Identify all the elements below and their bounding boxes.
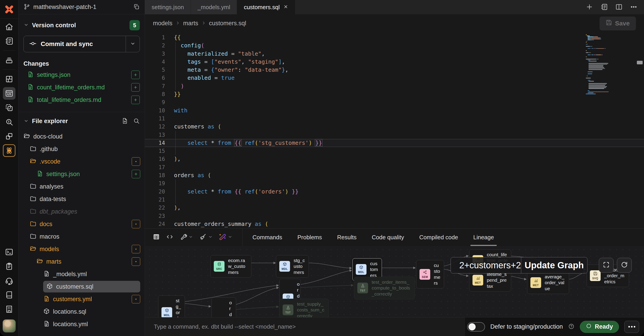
rail-item-headset[interactable] — [3, 274, 16, 287]
outline-icon[interactable] — [600, 3, 608, 11]
code-line-1[interactable]: 1{{ — [145, 33, 644, 41]
broom-tool-icon[interactable] — [197, 231, 215, 243]
tree-item-marts[interactable]: marts — [18, 255, 145, 268]
modified-badge[interactable] — [132, 295, 140, 303]
update-graph-button[interactable]: Update Graph — [521, 257, 587, 273]
added-badge[interactable] — [132, 170, 140, 178]
code-line-10[interactable]: 10with — [145, 107, 644, 115]
file-explorer-header[interactable]: File explorer — [18, 112, 145, 127]
code-line-6[interactable]: 6 enabled = true — [145, 74, 644, 82]
code-tag-tool-icon[interactable] — [164, 231, 175, 243]
rail-item-notebook[interactable] — [3, 35, 16, 47]
lineage-node-stg_customers[interactable]: MDLstg_customers — [276, 255, 309, 278]
close-icon[interactable] — [283, 4, 288, 11]
lineage-node-ecom.raw_customers[interactable]: SRCecom.raw_customers — [210, 255, 251, 278]
change-item[interactable]: count_lifetime_orders.md — [18, 81, 145, 94]
code-line-4[interactable]: 4 tags = ["events", "staging"], — [145, 58, 644, 66]
tree-item-settings.json[interactable]: settings.json — [18, 168, 145, 180]
stage-add-badge[interactable] — [131, 71, 140, 79]
status-more-button[interactable] — [624, 321, 639, 333]
lineage-canvas[interactable]: SRCecom.raw_customersMDLstg_customersMDL… — [145, 246, 644, 317]
code-line-14[interactable]: 14 select * from {{ ref('stg_customers')… — [145, 139, 644, 147]
tree-item-customers.sql[interactable]: customers.sql — [18, 280, 145, 293]
tree-item-docs[interactable]: docs — [18, 218, 145, 230]
code-line-20[interactable]: 20 select * from {{ ref('orders') }} — [145, 188, 644, 196]
tree-item-locations.sql[interactable]: locations.sql — [18, 305, 145, 318]
rail-item-terminal[interactable] — [3, 246, 16, 258]
version-control-header[interactable]: Version control 5 — [18, 14, 145, 33]
rail-item-building[interactable] — [3, 303, 16, 316]
more-options-icon[interactable] — [630, 3, 637, 11]
wrench-tool-icon[interactable] — [178, 231, 195, 243]
editor-scrollbar-thumb[interactable] — [637, 61, 643, 64]
tree-item-docs-cloud[interactable]: docs-cloud — [18, 130, 145, 143]
tree-item-data-tests[interactable]: data-tests — [18, 193, 145, 205]
commit-and-sync-button[interactable]: Commit and sync — [24, 36, 140, 52]
modified-badge[interactable] — [132, 245, 140, 253]
lineage-node-test_order_items_compute_to_bools_correctly[interactable]: TSTtest_order_items_compute_to_bools _co… — [354, 277, 415, 299]
panel-tab-commands[interactable]: Commands — [245, 229, 290, 246]
code-line-24[interactable]: 24customer_orders_summary as ( — [145, 220, 644, 228]
code-line-23[interactable]: 23 — [145, 212, 644, 220]
breadcrumb-part[interactable]: marts — [183, 20, 198, 27]
code-line-16[interactable]: 16), — [145, 155, 644, 163]
search-files-button[interactable] — [133, 117, 140, 125]
code-line-7[interactable]: 7 ) — [145, 82, 644, 90]
tree-item-locations.yml[interactable]: locations.yml — [18, 318, 145, 331]
code-line-18[interactable]: 18orders as ( — [145, 171, 644, 179]
lineage-node-test_supply_costs_sum_correctly[interactable]: TSTtest_supply_costs_sum_correctly — [279, 299, 329, 317]
code-line-22[interactable]: 22), — [145, 204, 644, 212]
modified-badge[interactable] — [132, 157, 140, 166]
split-editor-icon[interactable] — [616, 3, 622, 11]
code-line-8[interactable]: 8}} — [145, 90, 644, 98]
rail-item-book[interactable] — [3, 289, 16, 301]
tab-_models.yml[interactable]: _models.yml — [191, 0, 237, 14]
tree-item-dbt_packages[interactable]: dbt_packages — [18, 205, 145, 218]
code-line-13[interactable]: 13 — [145, 131, 644, 139]
tree-item-.github[interactable]: .github — [18, 143, 145, 155]
modified-badge[interactable] — [132, 257, 140, 266]
copy-branch-button[interactable] — [133, 3, 140, 11]
panel-tab-results[interactable]: Results — [330, 229, 364, 246]
rail-item-clipboard[interactable] — [3, 260, 16, 273]
rail-item-bricks[interactable] — [3, 73, 16, 85]
defer-toggle[interactable] — [467, 322, 485, 332]
change-item[interactable]: settings.json — [18, 69, 145, 81]
lineage-node-customers_sem[interactable]: SEMcustomers — [416, 260, 444, 289]
command-input[interactable]: Type a command, ex. dbt build --select <… — [145, 318, 465, 336]
user-avatar[interactable] — [3, 320, 16, 333]
code-line-9[interactable]: 9 — [145, 98, 644, 106]
ready-status-button[interactable]: Ready — [580, 321, 619, 333]
tree-item-.vscode[interactable]: .vscode — [18, 155, 145, 168]
help-icon[interactable] — [568, 323, 574, 331]
code-line-11[interactable]: 11 — [145, 115, 644, 123]
table-tool-icon[interactable] — [151, 231, 162, 243]
tree-item-analyses[interactable]: analyses — [18, 180, 145, 193]
rail-item-atom[interactable] — [3, 144, 16, 157]
code-line-2[interactable]: 2 config( — [145, 41, 644, 50]
code-editor[interactable]: 1{{2 config(3 materialized = "table",4 t… — [145, 32, 644, 228]
rail-item-windows[interactable] — [3, 130, 16, 143]
code-line-5[interactable]: 5 meta = {"owner": "data-team"}, — [145, 66, 644, 74]
rail-item-search-file[interactable] — [3, 116, 16, 128]
rail-item-code-editor[interactable] — [3, 87, 16, 100]
code-line-3[interactable]: 3 materialized = "table", — [145, 50, 644, 58]
lineage-node-order_items[interactable]: MDLorder_items — [212, 297, 236, 317]
lineage-fullscreen-button[interactable] — [599, 258, 614, 273]
rail-item-stack[interactable] — [3, 54, 16, 66]
code-line-17[interactable]: 17 — [145, 163, 644, 171]
new-file-button[interactable] — [122, 117, 128, 125]
lineage-node-stg_orders[interactable]: MDLstg_orders — [158, 295, 185, 317]
lineage-node-average_order_value[interactable]: METaverage_order_value — [527, 272, 569, 294]
save-button[interactable]: Save — [600, 16, 636, 30]
code-line-12[interactable]: 12customers as ( — [145, 123, 644, 131]
stage-add-badge[interactable] — [131, 83, 140, 92]
panel-tab-code-quality[interactable]: Code quality — [364, 229, 412, 246]
dbt-logo[interactable] — [0, 0, 18, 19]
rail-item-copy-dashed[interactable] — [3, 101, 16, 114]
breadcrumb-part[interactable]: models — [153, 20, 172, 27]
tree-item-models[interactable]: models — [18, 243, 145, 255]
panel-tab-problems[interactable]: Problems — [290, 229, 330, 246]
lineage-refresh-button[interactable] — [617, 258, 632, 273]
rail-item-home[interactable] — [3, 20, 16, 33]
